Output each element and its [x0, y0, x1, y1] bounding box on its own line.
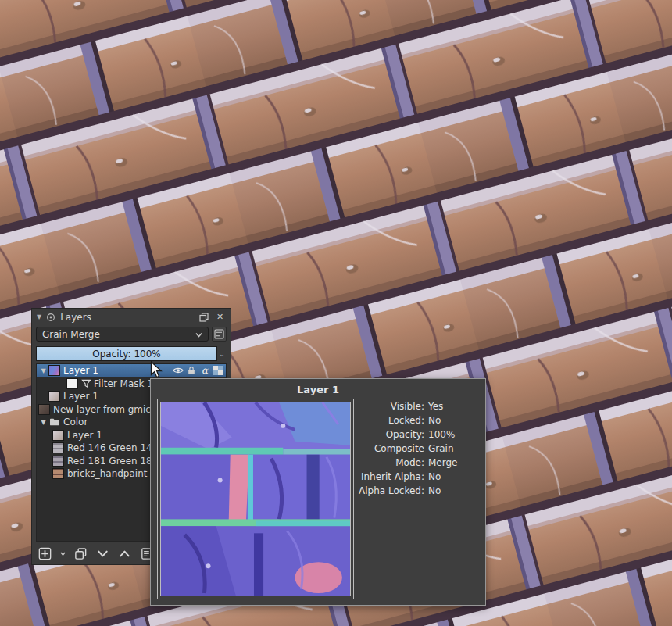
blend-mode-row: Grain Merge	[36, 327, 227, 342]
close-docker-icon[interactable]: ✕	[214, 312, 226, 322]
blend-mode-value: Grain Merge	[42, 329, 100, 340]
property-label: Inherit Alpha:	[354, 470, 428, 484]
add-layer-button[interactable]	[37, 546, 53, 561]
blend-mode-select[interactable]: Grain Merge	[36, 327, 209, 342]
move-layer-down-button[interactable]	[95, 546, 111, 561]
float-docker-icon[interactable]	[198, 313, 209, 322]
property-label: Alpha Locked:	[354, 484, 428, 498]
property-label: Opacity:	[354, 427, 428, 442]
tooltip-properties: Visible:YesLocked:NoOpacity:100%Composit…	[354, 399, 485, 498]
collapse-arrow-icon[interactable]: ▼	[37, 314, 41, 320]
property-row: Visible:Yes	[354, 399, 485, 413]
property-value: No	[428, 413, 485, 427]
property-label: Locked:	[354, 413, 428, 427]
alpha-lock-icon[interactable]: α	[199, 365, 210, 376]
property-row: Locked:No	[354, 413, 485, 427]
fill-layer-thumbnail	[52, 456, 64, 467]
property-value: No	[428, 470, 485, 484]
paint-layer-thumbnail	[48, 391, 60, 402]
filter-mask-thumbnail	[66, 378, 78, 389]
layer-preview-frame	[157, 399, 354, 599]
opacity-spinner[interactable]: ⌄	[217, 346, 227, 361]
property-value: 100%	[428, 427, 485, 442]
docker-icon	[46, 313, 55, 322]
property-value: Grain Merge	[428, 442, 485, 470]
property-label: Visible:	[354, 399, 428, 413]
tooltip-properties-table: Visible:YesLocked:NoOpacity:100%Composit…	[354, 399, 485, 498]
expand-arrow-icon[interactable]: ▼	[38, 419, 48, 426]
mouse-cursor	[150, 361, 166, 380]
fill-layer-thumbnail	[52, 442, 64, 453]
chevron-down-icon	[195, 329, 202, 340]
lock-icon[interactable]	[186, 365, 197, 376]
layer-filter-button[interactable]	[212, 327, 227, 342]
add-layer-dropdown-button[interactable]	[59, 546, 67, 561]
opacity-row: Opacity: 100% ⌄	[36, 346, 227, 361]
expand-arrow-icon[interactable]: ▼	[38, 367, 48, 374]
opacity-slider[interactable]: Opacity: 100%	[36, 346, 217, 361]
property-row: Inherit Alpha:No	[354, 470, 485, 484]
layer-row-icons: α	[173, 365, 223, 376]
property-value: No	[428, 484, 485, 498]
layer-row-0[interactable]: ▼Layer 1α	[37, 364, 226, 377]
folder-icon	[48, 417, 60, 427]
paint-layer-thumbnail	[52, 468, 64, 479]
layer-properties-tooltip: Layer 1	[150, 378, 486, 606]
property-row: Alpha Locked:No	[354, 484, 485, 498]
property-value: Yes	[428, 399, 485, 413]
layer-preview-image	[160, 402, 351, 596]
visibility-eye-icon[interactable]	[173, 365, 184, 376]
property-row: Composite Mode:Grain Merge	[354, 442, 485, 470]
docker-titlebar[interactable]: ▼ Layers ✕	[32, 309, 231, 325]
inherit-alpha-icon[interactable]	[213, 365, 223, 376]
docker-title: Layers	[60, 312, 193, 323]
property-label: Composite Mode:	[354, 442, 428, 470]
opacity-label: Opacity: 100%	[92, 349, 160, 360]
move-layer-up-button[interactable]	[116, 546, 133, 561]
duplicate-layer-button[interactable]	[73, 546, 89, 561]
filter-mask-icon	[81, 378, 91, 388]
tooltip-title: Layer 1	[151, 384, 485, 395]
paint-layer-thumbnail	[48, 365, 60, 376]
property-row: Opacity:100%	[354, 427, 485, 442]
paint-layer-thumbnail	[38, 404, 50, 415]
paint-layer-thumbnail	[52, 430, 64, 441]
